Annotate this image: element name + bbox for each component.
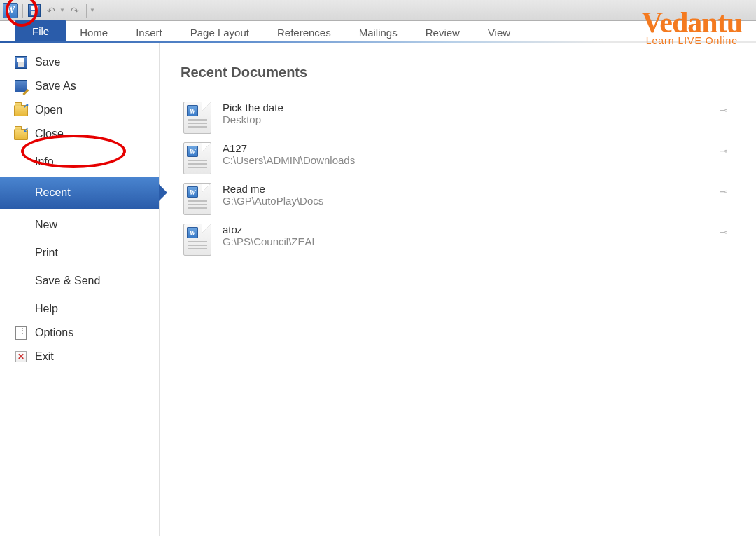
tab-references[interactable]: References: [263, 22, 345, 41]
sidebar-item-print[interactable]: Print: [0, 241, 159, 265]
doc-title: Read me: [223, 183, 732, 195]
tab-page-layout[interactable]: Page Layout: [176, 22, 263, 41]
sidebar-item-label: Save: [35, 56, 60, 69]
tab-file[interactable]: File: [15, 20, 66, 41]
doc-info: Read me G:\GP\AutoPlay\Docs: [223, 183, 732, 207]
divider: [86, 4, 87, 18]
sidebar-item-label: New: [35, 219, 57, 231]
recent-doc-row[interactable]: W Pick the date Desktop ⊸: [181, 97, 735, 138]
options-icon: [14, 326, 28, 340]
sidebar-item-save-send[interactable]: Save & Send: [0, 269, 159, 293]
recent-doc-row[interactable]: W Read me G:\GP\AutoPlay\Docs ⊸: [181, 179, 735, 219]
sidebar-item-open[interactable]: ↗ Open: [0, 98, 159, 122]
sidebar-item-new[interactable]: New: [0, 213, 159, 237]
doc-title: Pick the date: [223, 102, 732, 114]
sidebar-item-close[interactable]: ↙ Close: [0, 122, 159, 146]
sidebar-item-label: Save & Send: [35, 275, 100, 287]
sidebar-item-recent[interactable]: Recent: [0, 177, 159, 209]
doc-info: A127 C:\Users\ADMIN\Downloads: [223, 142, 732, 166]
tab-mailings[interactable]: Mailings: [345, 22, 412, 41]
folder-open-icon: ↗: [14, 103, 28, 117]
backstage-sidebar: Save Save As ↗ Open ↙ Close Info Recent …: [0, 43, 160, 536]
sidebar-item-label: Help: [35, 303, 58, 315]
logo-tagline: Learn LIVE Online: [642, 35, 742, 46]
word-doc-icon: W: [183, 183, 211, 215]
sidebar-item-label: Open: [35, 104, 62, 116]
word-doc-icon: W: [183, 102, 211, 134]
logo-brand: Vedantu: [642, 6, 742, 39]
doc-title: atoz: [223, 224, 732, 235]
recent-doc-row[interactable]: W A127 C:\Users\ADMIN\Downloads ⊸: [181, 138, 735, 179]
qat-customize-dropdown[interactable]: ▼: [90, 7, 95, 13]
sidebar-item-label: Exit: [35, 350, 54, 363]
content-heading: Recent Documents: [181, 64, 735, 81]
tab-view[interactable]: View: [474, 22, 524, 41]
tab-review[interactable]: Review: [412, 22, 474, 41]
sidebar-item-save-as[interactable]: Save As: [0, 74, 159, 98]
pin-icon[interactable]: ⊸: [720, 226, 728, 238]
qat-undo-icon[interactable]: ↶: [44, 4, 58, 18]
word-doc-icon: W: [183, 224, 211, 256]
recent-doc-row[interactable]: W atoz G:\PS\Council\ZEAL ⊸: [181, 219, 735, 260]
backstage-view: Save Save As ↗ Open ↙ Close Info Recent …: [0, 43, 756, 536]
doc-path: Desktop: [223, 114, 732, 125]
sidebar-item-label: Info: [35, 156, 54, 168]
tab-home[interactable]: Home: [66, 22, 122, 41]
doc-info: Pick the date Desktop: [223, 102, 732, 125]
doc-title: A127: [223, 142, 732, 154]
sidebar-item-save[interactable]: Save: [0, 50, 159, 74]
doc-path: G:\PS\Council\ZEAL: [223, 235, 732, 247]
divider: [22, 4, 23, 18]
floppy-icon: [14, 55, 28, 69]
sidebar-item-help[interactable]: Help: [0, 297, 159, 321]
qat-redo-icon[interactable]: ↷: [68, 4, 82, 18]
pin-icon[interactable]: ⊸: [720, 186, 728, 197]
sidebar-item-label: Recent: [35, 186, 71, 199]
qat-save-icon[interactable]: [27, 4, 41, 18]
sidebar-item-options[interactable]: Options: [0, 321, 159, 345]
doc-path: G:\GP\AutoPlay\Docs: [223, 195, 732, 207]
sidebar-item-label: Close: [35, 128, 64, 140]
sidebar-item-label: Print: [35, 247, 58, 259]
sidebar-item-info[interactable]: Info: [0, 150, 159, 174]
qat-undo-dropdown[interactable]: ▼: [59, 7, 65, 13]
backstage-content: Recent Documents W Pick the date Desktop…: [160, 43, 756, 536]
folder-close-icon: ↙: [14, 127, 28, 141]
pin-icon[interactable]: ⊸: [720, 104, 728, 116]
word-app-icon[interactable]: W: [3, 3, 18, 18]
doc-path: C:\Users\ADMIN\Downloads: [223, 154, 732, 166]
tab-insert[interactable]: Insert: [122, 22, 176, 41]
word-doc-icon: W: [183, 142, 211, 174]
pin-icon[interactable]: ⊸: [720, 145, 728, 156]
vedantu-logo: Vedantu Learn LIVE Online: [642, 6, 742, 46]
sidebar-item-exit[interactable]: ✕ Exit: [0, 345, 159, 369]
doc-info: atoz G:\PS\Council\ZEAL: [223, 224, 732, 247]
save-as-icon: [14, 79, 28, 93]
sidebar-item-label: Options: [35, 327, 74, 339]
sidebar-item-label: Save As: [35, 80, 76, 92]
exit-icon: ✕: [14, 350, 28, 364]
